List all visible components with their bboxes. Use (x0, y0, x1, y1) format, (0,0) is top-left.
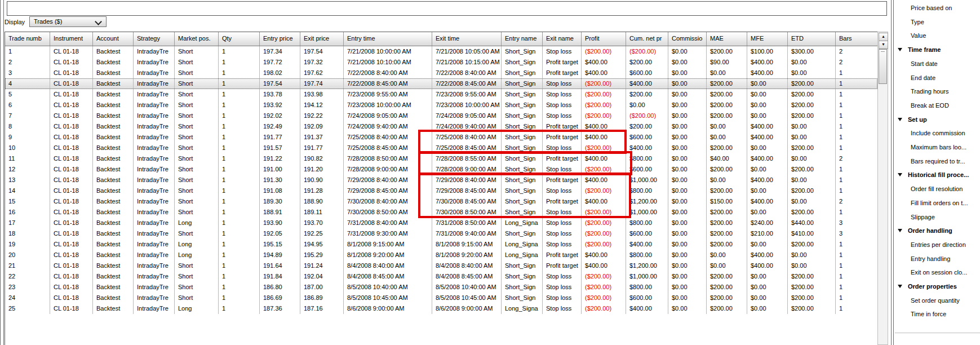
table-row-trade-19[interactable]: 19CL 01-18BacktestIntradayTreLong1195.15… (5, 239, 877, 250)
cell: ($200.00) (582, 218, 626, 228)
column-header-market-pos-[interactable]: Market pos. (175, 32, 219, 46)
table-row-trade-1[interactable]: 1CL 01-18BacktestIntradayTreShort1197.34… (5, 46, 877, 57)
sidebar-category-order-properties[interactable]: Order properties (908, 283, 957, 290)
cell: Profit target (543, 250, 582, 260)
column-header-cum-net-pr[interactable]: Cum. net pr (626, 32, 668, 46)
column-header-account[interactable]: Account (93, 32, 134, 46)
sidebar-item-type[interactable]: Type (911, 19, 924, 26)
column-header-etd[interactable]: ETD (788, 32, 836, 46)
cell: $200.00 (707, 143, 747, 153)
table-row-trade-4[interactable]: 4CL 01-18BacktestIntradayTreShort1197.54… (5, 78, 877, 89)
table-row-trade-12[interactable]: 12CL 01-18BacktestIntradayTreShort1191.0… (5, 164, 877, 175)
sidebar-item-start-date[interactable]: Start date (911, 60, 938, 68)
table-row-trade-18[interactable]: 18CL 01-18BacktestIntradayTreShort1192.0… (5, 228, 877, 239)
sidebar-splitter[interactable] (891, 0, 892, 345)
table-row-trade-20[interactable]: 20CL 01-18BacktestIntradayTreLong1194.89… (5, 250, 877, 260)
sidebar-item-time-in-force[interactable]: Time in force (911, 311, 946, 317)
cell: ($200.00) (582, 228, 626, 239)
sidebar-category-time-frame[interactable]: Time frame (908, 46, 941, 54)
table-row-trade-25[interactable]: 25CL 01-18BacktestIntradayTreLong1187.36… (5, 303, 877, 314)
table-row-trade-23[interactable]: 23CL 01-18BacktestIntradayTreShort1186.8… (5, 282, 877, 293)
sidebar-item-exit-on-session-clo-[interactable]: Exit on session clo... (911, 269, 967, 276)
sidebar-item-fill-limit-orders-on-t-[interactable]: Fill limit orders on t... (911, 200, 968, 207)
sidebar-item-trading-hours[interactable]: Trading hours (911, 88, 948, 95)
sidebar-item-break-at-eod[interactable]: Break at EOD (911, 102, 949, 109)
cell: Backtest (93, 110, 134, 121)
column-header-profit[interactable]: Profit (582, 32, 626, 46)
display-dropdown[interactable]: Trades ($) (29, 16, 107, 27)
sidebar-item-maximum-bars-loo-[interactable]: Maximum bars loo... (911, 144, 966, 151)
sidebar-item-end-date[interactable]: End date (911, 74, 935, 82)
table-row-trade-13[interactable]: 13CL 01-18BacktestIntradayTreShort1191.3… (5, 175, 877, 185)
sidebar-item-entries-per-direction[interactable]: Entries per direction (911, 241, 966, 249)
column-header-mfe[interactable]: MFE (747, 32, 788, 46)
table-row-trade-21[interactable]: 21CL 01-18BacktestIntradayTreShort1191.6… (5, 260, 877, 271)
scroll-up-button[interactable]: ▲ (879, 33, 888, 41)
sidebar-item-include-commission[interactable]: Include commission (911, 130, 965, 137)
column-header-trade-numb[interactable]: Trade numb (5, 32, 50, 46)
collapse-triangle-icon[interactable] (898, 48, 902, 51)
table-row-trade-24[interactable]: 24CL 01-18BacktestIntradayTreShort1186.6… (5, 293, 877, 303)
cell: CL 01-18 (50, 78, 93, 89)
sidebar-category-historical-fill-proce-[interactable]: Historical fill proce... (908, 171, 969, 179)
table-row-trade-5[interactable]: 5CL 01-18BacktestIntradayTreShort1193.78… (5, 89, 877, 100)
sidebar-category-set-up[interactable]: Set up (908, 116, 927, 123)
column-header-entry-time[interactable]: Entry time (344, 32, 432, 46)
table-row-trade-8[interactable]: 8CL 01-18BacktestIntradayTreShort1192.49… (5, 121, 877, 132)
table-row-trade-22[interactable]: 22CL 01-18BacktestIntradayTreShort1191.8… (5, 271, 877, 282)
column-header-entry-price[interactable]: Entry price (260, 32, 300, 46)
cell: $0.00 (668, 132, 707, 143)
cell: $200.00 (788, 78, 836, 89)
table-row-trade-3[interactable]: 3CL 01-18BacktestIntradayTreShort1198.02… (5, 68, 877, 78)
scrollbar-thumb[interactable] (879, 49, 887, 84)
table-row-trade-17[interactable]: 17CL 01-18BacktestIntradayTreLong1193.90… (5, 218, 877, 228)
cell: $0.00 (788, 196, 836, 207)
cell: CL 01-18 (50, 143, 93, 153)
cell: 8/6/2008 9:00:00 AM (344, 303, 432, 314)
cell: 19 (5, 239, 50, 250)
sidebar-category-order-handling[interactable]: Order handling (908, 227, 952, 235)
scroll-down-button[interactable]: ▼ (879, 41, 888, 49)
sidebar-item-bars-required-to-tr-[interactable]: Bars required to tr... (911, 158, 965, 165)
column-header-instrument[interactable]: Instrument (50, 32, 93, 46)
left-splitter[interactable] (3, 0, 4, 345)
column-header-exit-price[interactable]: Exit price (300, 32, 344, 46)
cell: 23 (5, 282, 50, 293)
cell: CL 01-18 (50, 282, 93, 293)
table-row-trade-11[interactable]: 11CL 01-18BacktestIntradayTreShort1191.2… (5, 153, 877, 164)
column-header-commissio[interactable]: Commissio (668, 32, 707, 46)
cell: $0.00 (788, 132, 836, 143)
cell: IntradayTre (134, 153, 175, 164)
column-header-mae[interactable]: MAE (707, 32, 747, 46)
sidebar-item-slippage[interactable]: Slippage (911, 214, 935, 221)
table-row-trade-14[interactable]: 14CL 01-18BacktestIntradayTreShort1191.0… (5, 185, 877, 196)
table-row-trade-10[interactable]: 10CL 01-18BacktestIntradayTreShort1191.5… (5, 143, 877, 153)
sidebar-item-entry-handling[interactable]: Entry handling (911, 255, 950, 263)
sidebar-item-value[interactable]: Value (911, 32, 926, 39)
column-header-entry-name[interactable]: Entry name (502, 32, 543, 46)
column-header-strategy[interactable]: Strategy (134, 32, 175, 46)
sidebar-item-set-order-quantity[interactable]: Set order quantity (911, 297, 960, 304)
cell: 1 (836, 303, 877, 314)
table-row-trade-15[interactable]: 15CL 01-18BacktestIntradayTreShort1189.3… (5, 196, 877, 207)
column-header-qty[interactable]: Qty (219, 32, 260, 46)
table-row-trade-2[interactable]: 2CL 01-18BacktestIntradayTreShort1197.72… (5, 57, 877, 68)
collapse-triangle-icon[interactable] (898, 173, 902, 176)
cell: $400.00 (582, 153, 626, 164)
table-row-trade-16[interactable]: 16CL 01-18BacktestIntradayTreShort1188.9… (5, 207, 877, 218)
sidebar-item-order-fill-resolution[interactable]: Order fill resolution (911, 185, 963, 193)
table-row-trade-6[interactable]: 6CL 01-18BacktestIntradayTreShort1193.92… (5, 100, 877, 110)
sidebar-item-price-based-on[interactable]: Price based on (911, 5, 952, 12)
vertical-scrollbar[interactable]: ▲ ▼ (877, 32, 888, 345)
cell: 191.22 (260, 153, 300, 164)
collapse-triangle-icon[interactable] (898, 118, 902, 121)
collapse-triangle-icon[interactable] (898, 229, 902, 232)
table-row-trade-9[interactable]: 9CL 01-18BacktestIntradayTreShort1191.77… (5, 132, 877, 143)
column-header-bars[interactable]: Bars (836, 32, 877, 46)
collapse-triangle-icon[interactable] (898, 285, 902, 288)
cell: Short_Sign (502, 143, 543, 153)
table-row-trade-7[interactable]: 7CL 01-18BacktestIntradayTreShort1192.02… (5, 110, 877, 121)
cell: ($200.00) (582, 89, 626, 100)
column-header-exit-time[interactable]: Exit time (432, 32, 502, 46)
column-header-exit-name[interactable]: Exit name (543, 32, 582, 46)
